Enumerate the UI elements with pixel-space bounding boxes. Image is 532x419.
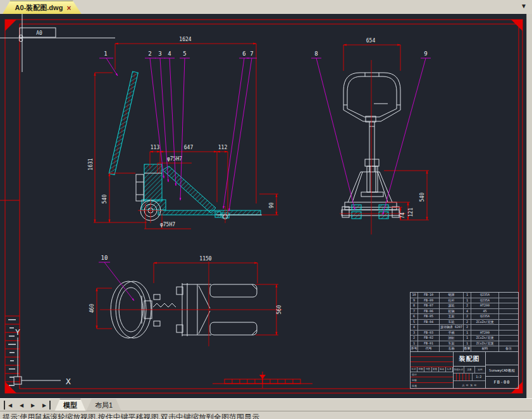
bom-cell: FB-09: [418, 298, 440, 303]
side-view-callout-numbers: 1 2 3 4 5 6 7: [104, 51, 253, 57]
bom-cell: 10: [411, 293, 418, 298]
role-label: 批准: [411, 384, 417, 387]
paper-size-label: A0: [36, 30, 42, 36]
role-label: 审核: [411, 379, 417, 382]
front-view: 654 540 121 74 8 9: [311, 38, 431, 234]
callout-6: 6: [242, 51, 245, 57]
bom-cell: 1: [464, 298, 471, 303]
sign-header: 年月日: [446, 367, 453, 372]
bom-cell: Q235A: [471, 314, 499, 319]
bom-header-cell: 代号: [418, 346, 440, 351]
side-view-dim-texts: 1624 1631 113 647 112 φ75H7 φ75H7 540 90: [88, 37, 275, 228]
bom-row: 8FB-07滚轮2HT200: [411, 303, 518, 309]
bom-cell: HT200: [471, 331, 499, 336]
bom-row: 5FB-04车轮2ZCuZn/尼龙: [411, 320, 518, 325]
bom-cell: 6: [411, 314, 418, 319]
bom-cell: 支架: [440, 314, 464, 319]
sign-header: 更改文件号: [432, 367, 439, 372]
revision-row: [411, 352, 453, 357]
tab-nav-controls: ◀ ◀ ▶ ▶: [0, 401, 54, 410]
dim-540-side: 540: [102, 195, 108, 204]
bom-cell: ZCuZn/尼龙: [471, 336, 499, 341]
bom-header-cell: 数量: [464, 346, 471, 351]
bom-cell: 油缸: [440, 336, 464, 341]
title-block-right: SunwayCAD教程 FB-00: [486, 352, 518, 388]
bom-cell: [471, 325, 499, 330]
top-view: 1150 460 560 10: [89, 255, 282, 346]
crosshair-cursor: A0: [0, 14, 115, 72]
bom-row: 9FB-09拉杆1Q235A: [411, 298, 518, 304]
bom-cell: 车架: [440, 341, 464, 346]
bom-row: 1FB-01车架1ZCuZn/尼龙: [411, 341, 518, 347]
prev-tab-button[interactable]: ◀: [16, 401, 27, 410]
callout-3: 3: [158, 51, 161, 57]
drawing-title: 装配图: [454, 352, 485, 367]
last-tab-button[interactable]: ▶: [39, 401, 51, 410]
tab-overflow-chevron-down-icon[interactable]: ▼: [521, 3, 527, 9]
bom-cell: 4: [411, 325, 418, 330]
title-block-empty-cell: [486, 352, 518, 365]
next-tab-button[interactable]: ▶: [28, 401, 38, 410]
sign-header: 标记: [411, 367, 418, 372]
bom-row: 4滚动轴承 62072: [411, 325, 518, 331]
model-space-canvas[interactable]: A0 X Y: [0, 14, 526, 398]
tab-model[interactable]: 模型: [54, 399, 86, 412]
document-tabbar: A0-装配图.dwg × ▼: [0, 0, 532, 14]
bom-cell: FB-06: [418, 309, 440, 314]
bom-cell: [499, 314, 518, 319]
bom-row: 10FB-10铭牌1Q235A: [411, 293, 518, 298]
bom-cell: 8: [411, 303, 418, 308]
tab-close-icon[interactable]: ×: [66, 4, 71, 13]
bom-cell: FB-05: [418, 314, 440, 319]
bom-cell: 2: [464, 320, 471, 325]
bom-cell: [418, 325, 440, 330]
bom-cell: 1: [411, 341, 418, 346]
drawing-number: FB-00: [486, 377, 518, 388]
bom-cell: 45: [471, 309, 499, 314]
tab-layout1[interactable]: 布局1: [86, 399, 121, 411]
role-row: 设计: [411, 372, 453, 378]
bom-cell: [499, 303, 518, 308]
mass-label: 质量: [464, 367, 475, 373]
bom-cell: 1: [464, 336, 471, 341]
scale-label: 比例: [475, 367, 485, 373]
callout-10: 10: [101, 255, 108, 261]
bom-cell: 滚轮: [440, 303, 464, 308]
sign-header-row: 标记处数分区更改文件号签名年月日: [411, 367, 453, 372]
bom-cell: 拉杆: [440, 298, 464, 303]
bom-cell: FB-02: [418, 336, 440, 341]
bom-header-cell: 名称: [440, 346, 464, 351]
dim-121: 121: [408, 208, 414, 217]
scale-value: 1:2: [473, 373, 485, 380]
bom-cell: 车轮: [440, 320, 464, 325]
dim-bore-bottom: φ75H7: [160, 222, 175, 228]
bom-cell: FB-04: [418, 320, 440, 325]
command-line[interactable]: 提示:使用鼠标滚轮缩放视图,按住中键平移视图,双击中键缩放到全图范围显示: [0, 411, 532, 419]
first-tab-button[interactable]: ◀: [4, 401, 15, 410]
right-scrollbar[interactable]: [526, 14, 532, 398]
dim-90: 90: [269, 202, 275, 209]
callout-8: 8: [314, 51, 318, 57]
dim-654: 654: [366, 38, 376, 44]
bom-cell: Q235A: [471, 298, 499, 303]
bom-cell: HT200: [471, 303, 499, 308]
revision-row: [411, 362, 453, 367]
dim-647: 647: [184, 145, 194, 150]
bom-cell: [499, 320, 518, 325]
front-view-leaders: [311, 58, 431, 215]
role-row: 审核: [411, 377, 453, 383]
bom-header-cell: 备注: [499, 346, 518, 351]
bom-row: 6FB-05支架2Q235A: [411, 314, 518, 320]
sheet-count: 共 张 第 张: [454, 381, 485, 388]
bom-cell: [499, 325, 518, 330]
cad-app-window: A0-装配图.dwg × ▼: [0, 0, 532, 419]
bom-cell: 滚动轴承 6207: [440, 325, 464, 330]
stage-labels-row: 阶段标记 质量 比例: [454, 367, 485, 373]
bom-table: 10FB-10铭牌1Q235A 9FB-09拉杆1Q235A 8FB-07滚轮2…: [410, 292, 519, 352]
callout-9: 9: [424, 51, 427, 57]
bom-cell: 1: [464, 293, 471, 298]
bom-row: 3FB-03手柄1HT200: [411, 331, 518, 336]
bom-cell: 3: [411, 331, 418, 336]
role-label: 设计: [411, 373, 417, 376]
document-tab[interactable]: A0-装配图.dwg ×: [2, 1, 84, 15]
